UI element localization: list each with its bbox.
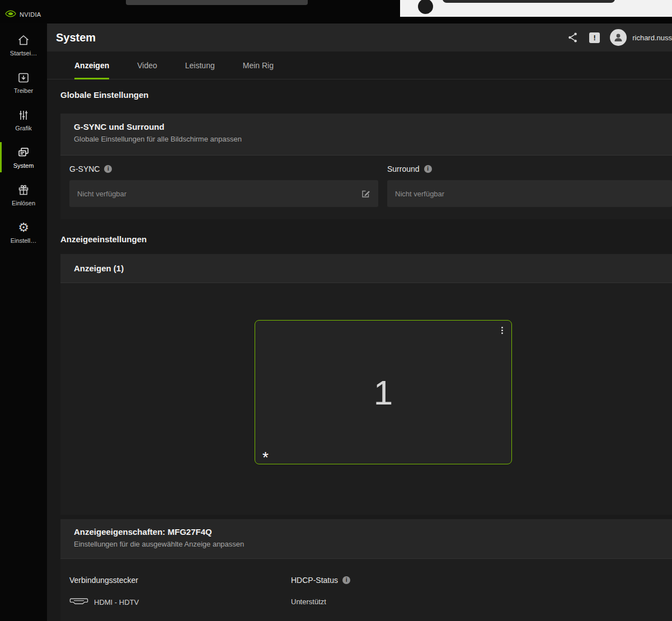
graphics-sliders-icon <box>17 109 30 122</box>
sidebar: Startsei… Treiber <box>0 23 47 621</box>
tab-leistung[interactable]: Leistung <box>171 51 229 79</box>
sidebar-item-driver[interactable]: Treiber <box>0 67 47 98</box>
surround-select-value: Nicht verfügbar <box>395 190 444 198</box>
hdcp-label: HDCP-Status <box>291 576 338 585</box>
connector-field: Verbindungsstecker HDMI - HDTV <box>69 576 282 608</box>
info-icon[interactable] <box>424 165 432 173</box>
sidebar-item-system[interactable]: System <box>0 142 47 173</box>
hdcp-value-row: Unterstützt <box>291 596 672 607</box>
displays-card: Anzeigen (1) 1 * <box>60 254 672 515</box>
background-window-tab-fragment <box>126 0 308 5</box>
settings-gear-icon: ⚙ <box>18 221 29 234</box>
display-1-tile[interactable]: 1 * <box>255 320 512 464</box>
page-title: System <box>56 31 96 44</box>
nvidia-brand-text: NVIDIA <box>20 11 41 18</box>
gsync-select-value: Nicht verfügbar <box>77 190 126 198</box>
background-window-fragment <box>400 0 672 17</box>
sidebar-item-settings[interactable]: ⚙ Einstell… <box>0 217 47 248</box>
connector-value: HDMI - HDTV <box>94 598 139 606</box>
primary-display-marker: * <box>262 450 269 465</box>
system-display-icon <box>17 146 30 159</box>
nvidia-app-window: NVIDIA Startsei… <box>0 6 672 621</box>
redeem-gift-icon <box>17 184 30 197</box>
main-area: System <box>47 23 672 621</box>
sidebar-item-home[interactable]: Startsei… <box>0 29 47 60</box>
header-actions: richard.nuss <box>567 29 672 46</box>
display-menu-icon[interactable] <box>497 324 506 336</box>
properties-card-header: Anzeigeeigenschaften: MFG27F4Q Einstellu… <box>60 519 672 558</box>
gsync-surround-card: G-SYNC und Surround Globale Einstellunge… <box>60 114 672 219</box>
hdcp-label-row: HDCP-Status <box>291 576 672 585</box>
section-heading-display: Anzeigeeinstellungen <box>60 234 672 245</box>
connector-label-row: Verbindungsstecker <box>69 576 282 585</box>
gsync-field: G-SYNC Nicht verfügbar <box>69 164 378 207</box>
background-window-bar <box>443 0 615 3</box>
display-properties-card: Anzeigeeigenschaften: MFG27F4Q Einstellu… <box>60 519 672 621</box>
page-content: Globale Einstellungen G-SYNC und Surroun… <box>47 79 672 621</box>
sidebar-item-label: Startsei… <box>10 50 37 57</box>
connector-value-row: HDMI - HDTV <box>69 596 282 608</box>
connector-label: Verbindungsstecker <box>69 576 138 585</box>
display-number: 1 <box>374 373 393 412</box>
avatar <box>610 29 627 46</box>
gsync-label: G-SYNC <box>69 164 100 173</box>
gsync-card-body: G-SYNC Nicht verfügbar <box>60 155 672 219</box>
hdcp-field: HDCP-Status Unterstützt <box>291 576 672 608</box>
sidebar-item-label: Einstell… <box>11 237 36 244</box>
hdmi-icon <box>69 596 88 608</box>
surround-label-row: Surround <box>387 164 672 173</box>
properties-card-body: Verbindungsstecker HDMI - HDTV <box>60 558 672 621</box>
home-icon <box>17 34 30 47</box>
gsync-card-subtitle: Globale Einstellungen für alle Bildschir… <box>74 135 659 143</box>
sidebar-item-redeem[interactable]: Einlösen <box>0 179 47 210</box>
sidebar-item-label: Treiber <box>14 87 33 94</box>
hdcp-value: Unterstützt <box>291 598 326 606</box>
sidebar-item-label: System <box>13 162 34 169</box>
sidebar-item-label: Grafik <box>15 125 31 131</box>
feedback-icon[interactable] <box>589 32 600 43</box>
driver-download-icon <box>17 71 30 84</box>
sidebar-item-graphics[interactable]: Grafik <box>0 104 47 135</box>
surround-label: Surround <box>387 164 420 173</box>
info-icon[interactable] <box>104 165 112 173</box>
displays-card-header: Anzeigen (1) <box>60 254 672 283</box>
gsync-label-row: G-SYNC <box>69 164 378 173</box>
info-icon[interactable] <box>342 576 350 584</box>
displays-card-title: Anzeigen (1) <box>74 264 659 273</box>
sidebar-item-label: Einlösen <box>12 200 35 206</box>
tab-anzeigen[interactable]: Anzeigen <box>60 51 123 79</box>
section-heading-global: Globale Einstellungen <box>60 90 672 101</box>
tab-mein-rig[interactable]: Mein Rig <box>229 51 288 79</box>
tab-video[interactable]: Video <box>123 51 171 79</box>
gsync-card-header: G-SYNC und Surround Globale Einstellunge… <box>60 114 672 155</box>
properties-card-subtitle: Einstellungen für die ausgewählte Anzeig… <box>74 540 659 548</box>
page-header: System <box>47 23 672 51</box>
gsync-card-title: G-SYNC und Surround <box>74 122 659 131</box>
edit-icon[interactable] <box>361 189 370 199</box>
tab-bar: Anzeigen Video Leistung Mein Rig <box>47 51 672 79</box>
account-menu[interactable]: richard.nuss <box>610 29 672 46</box>
properties-card-title: Anzeigeeigenschaften: MFG27F4Q <box>74 527 659 537</box>
displays-card-body: 1 * <box>60 283 672 515</box>
nvidia-logo-icon <box>5 10 16 20</box>
gsync-select[interactable]: Nicht verfügbar <box>69 180 378 207</box>
share-icon[interactable] <box>567 31 579 44</box>
background-window-circle <box>418 0 433 14</box>
surround-field: Surround Nicht verfügbar <box>387 164 672 207</box>
surround-select[interactable]: Nicht verfügbar <box>387 180 672 207</box>
username: richard.nuss <box>632 34 672 42</box>
